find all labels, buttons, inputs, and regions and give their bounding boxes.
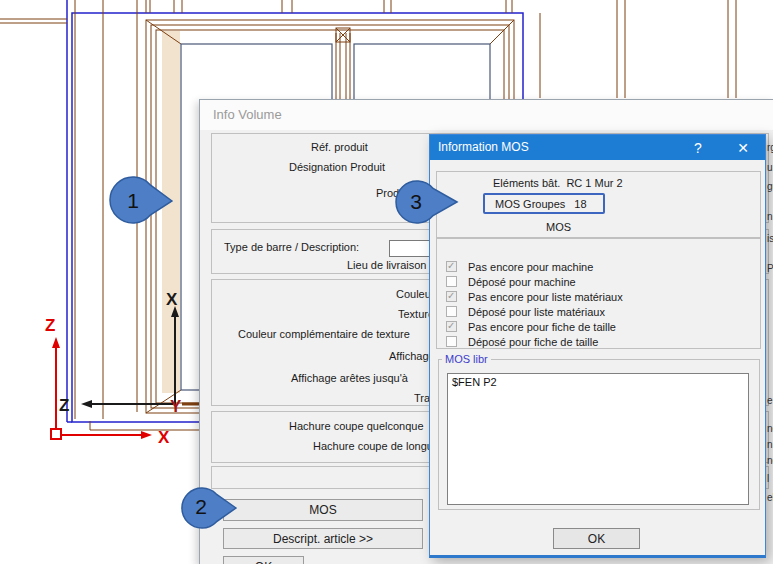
label-lieu-livraison: Lieu de livraison <box>347 259 427 271</box>
checkbox-row: Déposé pour machine <box>446 274 576 289</box>
mos-heading: MOS <box>546 221 571 233</box>
info-volume-title: Info Volume <box>213 107 282 122</box>
checkbox-label: Pas encore pour fiche de taille <box>468 321 616 333</box>
label-ref-produit: Réf. produit <box>311 141 368 153</box>
label-couleur-complementaire: Couleur complémentaire de texture <box>238 328 410 340</box>
building-elements-value: RC 1 Mur 2 <box>566 177 622 189</box>
checkbox-label: Déposé pour liste matériaux <box>468 306 605 318</box>
info-volume-ok-button[interactable]: OK <box>223 556 304 564</box>
world-axis-arrow-up <box>52 337 60 348</box>
help-button[interactable]: ? <box>681 135 715 160</box>
checkbox-row: Déposé pour fiche de taille <box>446 334 598 349</box>
clipped-text: rg <box>767 142 773 153</box>
checkbox-pas-encore-liste[interactable] <box>446 291 457 302</box>
mos-libre-textarea[interactable]: $FEN P2 <box>447 373 749 505</box>
label-produit: Produit <box>376 187 411 199</box>
label-hachure-quelconque: Hachure coupe quelconque <box>289 420 424 432</box>
clipped-text: n <box>767 211 773 222</box>
close-icon[interactable]: ✕ <box>726 135 760 160</box>
clipped-text: ne <box>767 423 773 434</box>
clipped-text: is <box>767 233 773 244</box>
checkbox-pas-encore-machine[interactable] <box>446 261 457 272</box>
information-mos-dialog: Information MOS ? ✕ Eléments bât. RC 1 M… <box>429 134 766 558</box>
mos-groups-label: MOS Groupes <box>495 198 565 210</box>
clipped-text: e <box>767 395 773 406</box>
wall-fill <box>162 31 180 393</box>
info-volume-titlebar <box>200 100 773 130</box>
information-mos-title: Information MOS <box>438 140 529 154</box>
mos-groups-highlight: MOS Groupes 18 <box>483 193 605 214</box>
label-affichage-aretes: Affichage arêtes jusqu'à <box>291 372 408 384</box>
axis-label-black-x: X <box>166 290 178 309</box>
bartype-input[interactable] <box>389 240 431 257</box>
application-window: Z X X Z Y Info Volume Réf. produit Désig… <box>0 0 773 564</box>
checkbox-row: Pas encore pour fiche de taille <box>446 319 616 334</box>
checkbox-row: Pas encore pour machine <box>446 259 593 274</box>
clipped-text: P <box>767 263 773 274</box>
local-axis-arrow-left <box>81 400 92 408</box>
clipped-text: n <box>767 439 773 450</box>
axis-label-origin-y: Y <box>170 397 182 416</box>
building-elements-row: Eléments bât. RC 1 Mur 2 <box>493 177 623 189</box>
checkbox-depose-machine[interactable] <box>446 276 457 287</box>
axis-label-red-z: Z <box>45 316 55 335</box>
local-axis <box>86 314 175 405</box>
axis-label-red-x: X <box>158 428 170 447</box>
label-designation-produit: Désignation Produit <box>289 161 385 173</box>
clipped-text: l <box>767 473 769 484</box>
checkbox-row: Pas encore pour liste matériaux <box>446 289 623 304</box>
label-type-de-barre: Type de barre / Description: <box>224 241 359 253</box>
mos-button[interactable]: MOS <box>223 499 423 521</box>
clipped-text: u <box>767 162 773 173</box>
world-axis-arrow-right <box>141 431 152 439</box>
checkbox-row: Déposé pour liste matériaux <box>446 304 605 319</box>
descript-article-button[interactable]: Descript. article >> <box>223 528 423 549</box>
checkbox-label: Pas encore pour liste matériaux <box>468 291 623 303</box>
building-elements-label: Eléments bât. <box>493 177 560 189</box>
mos-libre-group-label: MOS libr <box>442 353 491 365</box>
checkbox-pas-encore-fiche[interactable] <box>446 321 457 332</box>
checkbox-label: Déposé pour fiche de taille <box>468 336 598 348</box>
clipped-text: gu <box>767 181 773 192</box>
mos-groups-value: 18 <box>574 198 586 210</box>
checkbox-label: Déposé pour machine <box>468 276 576 288</box>
clipped-text: el <box>767 492 773 503</box>
world-axis <box>51 344 146 439</box>
checkbox-depose-fiche[interactable] <box>446 336 457 347</box>
checkbox-depose-liste[interactable] <box>446 306 457 317</box>
label-affichage: Affichage <box>389 350 435 362</box>
clipped-text: ne <box>767 455 773 466</box>
information-mos-ok-button[interactable]: OK <box>553 528 640 549</box>
checkbox-label: Pas encore pour machine <box>468 261 593 273</box>
axis-label-black-z2: Z <box>59 396 69 415</box>
